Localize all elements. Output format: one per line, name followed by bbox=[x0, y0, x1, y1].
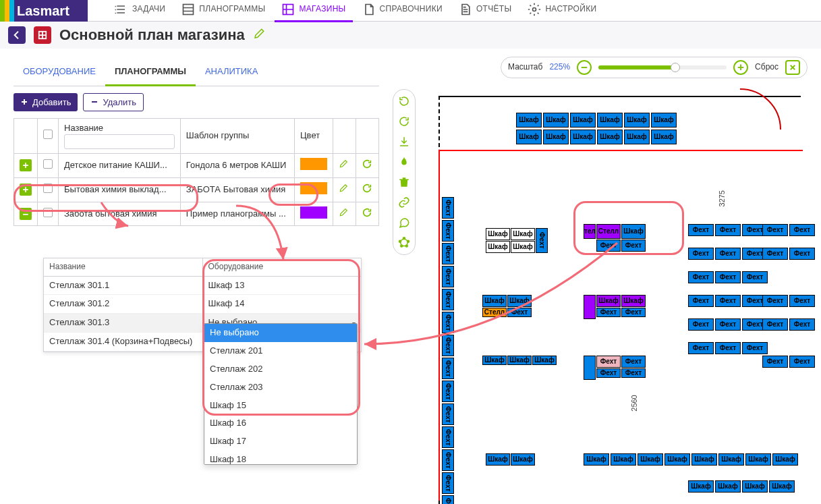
floor-shelf[interactable]: Фехт bbox=[742, 271, 768, 283]
floor-shelf[interactable]: Шкаф bbox=[718, 453, 744, 466]
floor-shelf[interactable]: Шкаф bbox=[507, 295, 532, 307]
floor-shelf[interactable]: Фехт bbox=[715, 295, 741, 307]
floor-shelf[interactable]: Фехт bbox=[715, 271, 741, 283]
sub-row[interactable]: Стеллаж 301.1 bbox=[44, 277, 202, 296]
color-swatch[interactable] bbox=[300, 206, 327, 219]
dropdown-option[interactable]: Шкаф 16 bbox=[204, 414, 357, 432]
nav-tasks[interactable]: ЗАДАЧИ bbox=[108, 0, 172, 22]
refresh-row-button[interactable] bbox=[362, 210, 372, 220]
floor-shelf[interactable]: Шкаф bbox=[486, 453, 510, 466]
sub-row[interactable]: Стеллаж 301.4 (Корзина+Подвесы) bbox=[44, 333, 202, 352]
nav-reports[interactable]: ОТЧЁТЫ bbox=[452, 0, 518, 22]
expand-button[interactable]: + bbox=[20, 184, 32, 196]
color-swatch[interactable] bbox=[300, 158, 327, 170]
tab-analytics[interactable]: АНАЛИТИКА bbox=[196, 59, 267, 86]
floor-shelf[interactable]: Шкаф bbox=[664, 453, 690, 466]
floor-shelf[interactable]: Шкаф bbox=[507, 356, 532, 365]
floor-shelf[interactable]: Фехт bbox=[442, 220, 454, 242]
floor-shelf[interactable]: Фехт bbox=[442, 358, 454, 379]
floor-shelf[interactable]: Фехт bbox=[789, 318, 815, 331]
floor-shelf[interactable]: Фехт bbox=[762, 356, 788, 368]
floor-shelf[interactable]: Фехт bbox=[715, 248, 741, 260]
floor-shelf-purple[interactable]: Шкаф bbox=[621, 295, 646, 307]
nav-stores[interactable]: МАГАЗИНЫ bbox=[275, 0, 352, 22]
floor-shelf[interactable]: Фехт bbox=[688, 248, 714, 260]
floor-shelf[interactable]: Фехт bbox=[715, 318, 741, 331]
expand-button[interactable]: + bbox=[20, 159, 32, 171]
floor-shelf[interactable]: Фехт bbox=[762, 224, 788, 236]
name-filter-input[interactable] bbox=[64, 134, 175, 149]
plan-mode-button[interactable] bbox=[34, 26, 51, 44]
nav-refs[interactable]: СПРАВОЧНИКИ bbox=[356, 0, 449, 22]
dropdown-option[interactable]: Стеллаж 203 bbox=[204, 379, 357, 397]
floor-shelf[interactable]: Фехт bbox=[742, 342, 768, 354]
floor-shelf[interactable]: Шкаф bbox=[597, 113, 623, 128]
floor-shelf[interactable]: Шкаф bbox=[715, 480, 741, 493]
floor-shelf[interactable]: Шкаф bbox=[570, 113, 596, 128]
floor-plan[interactable]: ШкафШкафШкафШкафШкафШкафШкафШкафШкафШкаф… bbox=[385, 49, 821, 504]
floor-shelf[interactable]: Фехт bbox=[596, 368, 621, 378]
floor-shelf[interactable]: Фехт bbox=[715, 342, 741, 354]
floor-shelf[interactable]: Фехт bbox=[715, 224, 741, 236]
add-button[interactable]: Добавить bbox=[13, 93, 78, 111]
floor-shelf[interactable]: Фехт bbox=[688, 318, 714, 331]
zoom-reset-button[interactable]: × bbox=[785, 60, 800, 75]
floor-shelf[interactable]: Фехт bbox=[442, 335, 454, 356]
floor-shelf[interactable]: Шкаф bbox=[482, 356, 507, 365]
floor-shelf-purple[interactable] bbox=[584, 295, 596, 319]
floor-shelf[interactable]: Шкаф bbox=[742, 480, 768, 493]
tab-planograms[interactable]: ПЛАНОГРАММЫ bbox=[105, 59, 196, 86]
floor-shelf[interactable]: Шкаф bbox=[511, 241, 535, 253]
floor-shelf[interactable]: Фехт bbox=[442, 266, 454, 287]
floor-shelf[interactable]: Фехт bbox=[442, 426, 454, 448]
floor-shelf[interactable]: Фехт bbox=[442, 197, 454, 219]
floor-shelf[interactable]: Фехт bbox=[536, 228, 548, 253]
floor-shelf[interactable]: Фехт bbox=[762, 295, 788, 307]
trash-button[interactable] bbox=[397, 175, 412, 190]
edit-row-button[interactable] bbox=[339, 185, 348, 195]
delete-button[interactable]: Удалить bbox=[83, 93, 144, 111]
heat-button[interactable] bbox=[397, 155, 412, 169]
floor-shelf[interactable]: Фехт bbox=[442, 472, 454, 494]
color-swatch[interactable] bbox=[300, 182, 327, 194]
floor-shelf[interactable]: Шкаф bbox=[570, 130, 596, 144]
floor-shelf-pink[interactable]: Фехт bbox=[596, 356, 621, 368]
zoom-in-button[interactable]: + bbox=[733, 60, 748, 75]
floor-shelf-purple[interactable]: Стелл bbox=[596, 224, 621, 239]
sub-equipment-row[interactable]: Шкаф 14 bbox=[203, 295, 362, 314]
table-row[interactable]: + Бытовая химия выклад... ЗАБОТА Бытовая… bbox=[14, 177, 379, 202]
checkbox[interactable] bbox=[43, 208, 53, 217]
floor-shelf[interactable] bbox=[584, 356, 596, 380]
floor-shelf-purple[interactable]: Шкаф bbox=[596, 295, 621, 307]
floor-shelf[interactable]: Фехт bbox=[688, 271, 714, 283]
floor-shelf[interactable]: Фехт bbox=[507, 308, 532, 317]
floor-shelf[interactable]: Шкаф bbox=[532, 356, 557, 365]
floor-shelf[interactable]: Шкаф bbox=[651, 130, 677, 144]
redo-button[interactable] bbox=[397, 114, 412, 129]
floor-shelf[interactable]: Фехт bbox=[596, 308, 621, 317]
dropdown-option[interactable]: Шкаф 17 bbox=[204, 432, 357, 451]
floor-shelf[interactable]: Шкаф bbox=[516, 113, 542, 128]
floor-shelf[interactable]: Фехт bbox=[442, 289, 454, 310]
floor-shelf[interactable]: Шкаф bbox=[624, 130, 650, 144]
floor-shelf[interactable]: Шкаф bbox=[688, 480, 714, 493]
floor-shelf[interactable]: Шкаф bbox=[516, 130, 542, 144]
zoom-slider[interactable] bbox=[598, 65, 727, 69]
floor-shelf[interactable]: Фехт bbox=[789, 224, 815, 236]
collapse-button[interactable]: − bbox=[20, 208, 32, 220]
sub-row[interactable]: Стеллаж 301.3 bbox=[44, 314, 202, 333]
download-button[interactable] bbox=[397, 134, 412, 149]
floor-shelf[interactable]: Фехт bbox=[442, 403, 454, 425]
edit-title-button[interactable] bbox=[253, 28, 265, 43]
logo[interactable]: Lasmart bbox=[0, 0, 88, 22]
floor-shelf[interactable]: Фехт bbox=[442, 381, 454, 402]
link-button[interactable] bbox=[397, 195, 412, 210]
floor-shelf[interactable]: Шкаф bbox=[638, 453, 663, 466]
floor-shelf[interactable]: Шкаф bbox=[543, 130, 569, 144]
floor-shelf[interactable]: Шкаф bbox=[584, 453, 609, 466]
tab-equipment[interactable]: ОБОРУДОВАНИЕ bbox=[13, 59, 105, 86]
floor-shelf[interactable]: Шкаф bbox=[651, 113, 677, 128]
floor-shelf[interactable]: Шкаф bbox=[597, 130, 623, 144]
floor-shelf[interactable]: Шкаф bbox=[511, 453, 535, 466]
floor-shelf[interactable]: Фехт bbox=[596, 240, 621, 252]
